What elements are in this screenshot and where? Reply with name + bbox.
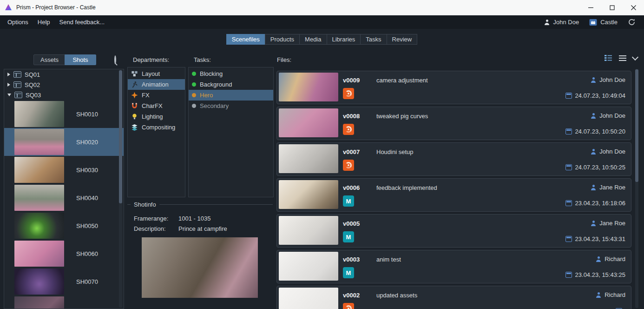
menu-send-feedback[interactable]: Send feedback...: [55, 19, 110, 26]
file-user: John Doe: [599, 148, 625, 155]
file-comment: feedback implemented: [376, 184, 437, 191]
shot-item-sh0070[interactable]: SH0070: [4, 268, 124, 296]
file-comment: camera adjustment: [376, 77, 428, 84]
close-button[interactable]: [623, 0, 644, 15]
sequence-item-sq01[interactable]: SQ01: [4, 69, 124, 80]
assets-toggle-button[interactable]: Assets: [33, 54, 66, 65]
file-thumbnail: [279, 108, 338, 137]
file-row-v0008[interactable]: v0008 tweaked pig curves John Doe 24.07.…: [276, 107, 631, 140]
calendar-icon: [565, 164, 572, 170]
file-date: 23.04.23, 16:18:06: [575, 200, 625, 207]
user-icon: [591, 221, 596, 226]
department-item-layout[interactable]: Layout: [128, 68, 185, 79]
task-label: Blocking: [200, 70, 223, 77]
file-version: v0006: [343, 184, 360, 191]
framerange-label: Framerange:: [134, 215, 168, 222]
tab-media[interactable]: Media: [299, 34, 327, 45]
file-thumbnail: [279, 180, 338, 209]
shot-thumbnail: [14, 101, 64, 127]
task-item-blocking[interactable]: Blocking: [189, 68, 273, 79]
menu-options[interactable]: Options: [3, 19, 33, 26]
houdini-icon: [343, 124, 354, 135]
shot-thumbnail: [14, 157, 64, 183]
departments-header: Departments:: [133, 56, 169, 63]
maya-letter: M: [346, 269, 351, 276]
tab-label: Tasks: [366, 36, 381, 43]
tab-scenefiles[interactable]: Scenefiles: [226, 34, 265, 45]
sequence-label: SQ02: [25, 81, 40, 88]
file-version: v0008: [343, 113, 360, 120]
department-item-compositing[interactable]: Compositing: [128, 122, 185, 133]
shot-item-sh0040[interactable]: SH0040: [4, 184, 124, 212]
shot-item-sh0010[interactable]: SH0010: [4, 100, 124, 128]
file-version: v0009: [343, 77, 360, 84]
shots-toggle-button[interactable]: Shots: [65, 54, 96, 65]
user-icon: [591, 185, 596, 190]
file-user: Richard: [605, 255, 625, 262]
file-row-v0003[interactable]: v0003 M anim test Richard 23.04.23, 15:4…: [276, 250, 631, 283]
user-chip[interactable]: John Doe: [544, 19, 579, 26]
files-scrollbar[interactable]: [635, 69, 638, 308]
shot-tree: SQ01 SQ02 SQ03 SH0010 SH0020 SH0030 SH00…: [4, 69, 124, 309]
tab-products[interactable]: Products: [265, 34, 300, 45]
shot-item-sh0020[interactable]: SH0020: [4, 128, 124, 156]
file-row-v0005[interactable]: v0005 M Jane Roe 23.04.23, 15:43:31: [276, 214, 631, 248]
file-version: v0005: [343, 220, 360, 227]
department-item-charfx[interactable]: CharFX: [128, 101, 185, 111]
shot-label: SH0020: [76, 139, 98, 146]
file-comment: anim test: [376, 256, 401, 263]
shot-item-partial[interactable]: [4, 296, 124, 309]
department-item-fx[interactable]: FX: [128, 90, 185, 101]
tab-review[interactable]: Review: [387, 34, 418, 45]
file-row-v0006[interactable]: v0006 M feedback implemented Jane Roe 23…: [276, 178, 631, 212]
maximize-button[interactable]: [601, 0, 623, 15]
tab-tasks[interactable]: Tasks: [360, 34, 387, 45]
file-thumbnail: [279, 288, 338, 309]
task-item-background[interactable]: Background: [189, 79, 273, 90]
shot-item-sh0030[interactable]: SH0030: [4, 156, 124, 184]
department-item-lighting[interactable]: Lighting: [128, 111, 185, 122]
tab-libraries[interactable]: Libraries: [327, 34, 361, 45]
project-chip[interactable]: Castle: [589, 19, 618, 26]
list-view-icon[interactable]: [619, 55, 626, 61]
search-button[interactable]: [114, 56, 116, 63]
files-scrollbar-thumb[interactable]: [635, 69, 638, 182]
prism-logo-icon: [5, 4, 12, 11]
refresh-icon[interactable]: [628, 18, 636, 26]
collapse-arrow-icon[interactable]: [7, 94, 11, 96]
department-label: Layout: [142, 70, 160, 77]
charfx-icon: [131, 102, 138, 109]
tree-scrollbar[interactable]: [119, 70, 122, 308]
file-thumbnail: [279, 216, 338, 245]
file-row-v0007[interactable]: v0007 Houdini setup John Doe 24.07.23, 1…: [276, 142, 631, 176]
shot-item-sh0050[interactable]: SH0050: [4, 212, 124, 240]
tree-scrollbar-thumb[interactable]: [119, 70, 122, 203]
user-icon: [544, 20, 550, 25]
sequence-icon: [13, 81, 21, 88]
legend-line: [127, 204, 131, 205]
chevron-down-icon[interactable]: [632, 54, 638, 60]
file-comment: Houdini setup: [376, 148, 414, 155]
sequence-item-sq03[interactable]: SQ03: [4, 90, 124, 100]
file-version: v0003: [343, 256, 360, 263]
menu-help[interactable]: Help: [33, 19, 55, 26]
task-item-secondary[interactable]: Secondary: [189, 101, 273, 111]
detail-view-icon[interactable]: [604, 54, 612, 61]
close-icon: [631, 5, 636, 10]
calendar-icon: [565, 128, 572, 134]
minimize-button[interactable]: [580, 0, 601, 15]
user-icon: [591, 77, 596, 83]
expand-arrow-icon[interactable]: [7, 73, 10, 76]
user-icon: [596, 292, 601, 298]
file-row-v0009[interactable]: v0009 camera adjustment John Doe 24.07.2…: [276, 71, 631, 104]
department-item-animation[interactable]: Animation: [128, 79, 185, 90]
shot-item-sh0060[interactable]: SH0060: [4, 240, 124, 268]
tab-label: Review: [392, 36, 412, 43]
shot-thumbnail: [14, 213, 64, 239]
description-value: Prince at campfire: [178, 225, 227, 232]
sequence-item-sq02[interactable]: SQ02: [4, 80, 124, 90]
task-item-hero[interactable]: Hero: [189, 90, 273, 101]
file-row-v0002[interactable]: v0002 updated assets Richard: [276, 286, 631, 309]
description-label: Description:: [134, 225, 166, 232]
expand-arrow-icon[interactable]: [7, 83, 10, 87]
